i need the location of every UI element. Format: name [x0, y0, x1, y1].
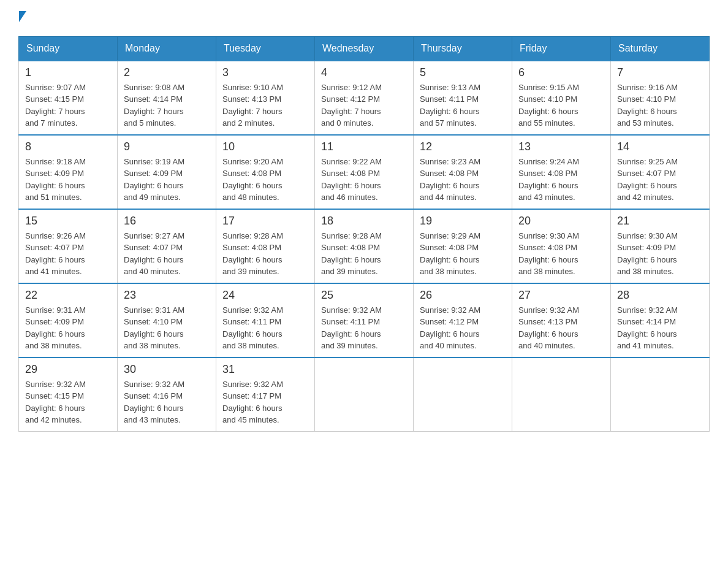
day-number: 1: [25, 66, 111, 79]
column-header-saturday: Saturday: [611, 36, 710, 61]
column-header-monday: Monday: [118, 36, 216, 61]
day-info: Sunrise: 9:26 AMSunset: 4:07 PMDaylight:…: [25, 230, 111, 278]
day-info: Sunrise: 9:19 AMSunset: 4:09 PMDaylight:…: [124, 156, 210, 204]
day-info: Sunrise: 9:28 AMSunset: 4:08 PMDaylight:…: [222, 230, 308, 278]
day-number: 25: [321, 289, 407, 302]
calendar-cell: [315, 358, 414, 432]
calendar-cell: 30 Sunrise: 9:32 AMSunset: 4:16 PMDaylig…: [118, 358, 216, 432]
day-number: 29: [25, 363, 111, 376]
column-header-sunday: Sunday: [19, 36, 118, 61]
day-info: Sunrise: 9:13 AMSunset: 4:11 PMDaylight:…: [420, 82, 506, 129]
day-info: Sunrise: 9:22 AMSunset: 4:08 PMDaylight:…: [321, 156, 407, 204]
calendar-cell: 14 Sunrise: 9:25 AMSunset: 4:07 PMDaylig…: [611, 135, 710, 209]
calendar-cell: 19 Sunrise: 9:29 AMSunset: 4:08 PMDaylig…: [414, 209, 512, 283]
calendar-cell: 27 Sunrise: 9:32 AMSunset: 4:13 PMDaylig…: [512, 283, 611, 358]
day-info: Sunrise: 9:25 AMSunset: 4:07 PMDaylight:…: [617, 156, 703, 204]
day-number: 26: [420, 289, 506, 302]
day-info: Sunrise: 9:18 AMSunset: 4:09 PMDaylight:…: [25, 156, 111, 204]
page-header: [18, 12, 710, 24]
day-number: 3: [222, 66, 308, 79]
day-info: Sunrise: 9:29 AMSunset: 4:08 PMDaylight:…: [420, 230, 506, 278]
day-number: 31: [222, 363, 308, 376]
day-number: 11: [321, 140, 407, 153]
calendar-cell: 10 Sunrise: 9:20 AMSunset: 4:08 PMDaylig…: [216, 135, 315, 209]
day-info: Sunrise: 9:08 AMSunset: 4:14 PMDaylight:…: [124, 82, 210, 129]
calendar-cell: 29 Sunrise: 9:32 AMSunset: 4:15 PMDaylig…: [19, 358, 118, 432]
day-info: Sunrise: 9:12 AMSunset: 4:12 PMDaylight:…: [321, 82, 407, 129]
calendar-cell: 11 Sunrise: 9:22 AMSunset: 4:08 PMDaylig…: [315, 135, 414, 209]
day-number: 21: [617, 215, 703, 228]
day-number: 8: [25, 140, 111, 153]
calendar-cell: 9 Sunrise: 9:19 AMSunset: 4:09 PMDayligh…: [118, 135, 216, 209]
day-number: 6: [518, 66, 604, 79]
column-header-wednesday: Wednesday: [315, 36, 414, 61]
day-number: 28: [617, 289, 703, 302]
calendar-week-row: 1 Sunrise: 9:07 AMSunset: 4:15 PMDayligh…: [19, 61, 710, 135]
calendar-week-row: 29 Sunrise: 9:32 AMSunset: 4:15 PMDaylig…: [19, 358, 710, 432]
day-number: 24: [222, 289, 308, 302]
day-number: 13: [518, 140, 604, 153]
day-number: 30: [124, 363, 210, 376]
day-info: Sunrise: 9:30 AMSunset: 4:09 PMDaylight:…: [617, 230, 703, 278]
logo-triangle-icon: [18, 12, 26, 24]
calendar-cell: 21 Sunrise: 9:30 AMSunset: 4:09 PMDaylig…: [611, 209, 710, 283]
day-info: Sunrise: 9:16 AMSunset: 4:10 PMDaylight:…: [617, 82, 703, 129]
calendar-week-row: 15 Sunrise: 9:26 AMSunset: 4:07 PMDaylig…: [19, 209, 710, 283]
day-info: Sunrise: 9:32 AMSunset: 4:16 PMDaylight:…: [124, 378, 210, 426]
calendar-cell: 13 Sunrise: 9:24 AMSunset: 4:08 PMDaylig…: [512, 135, 611, 209]
logo: [18, 12, 26, 24]
calendar-table: SundayMondayTuesdayWednesdayThursdayFrid…: [18, 36, 710, 432]
calendar-cell: 8 Sunrise: 9:18 AMSunset: 4:09 PMDayligh…: [19, 135, 118, 209]
day-info: Sunrise: 9:07 AMSunset: 4:15 PMDaylight:…: [25, 82, 111, 129]
day-number: 12: [420, 140, 506, 153]
calendar-cell: 28 Sunrise: 9:32 AMSunset: 4:14 PMDaylig…: [611, 283, 710, 358]
day-info: Sunrise: 9:27 AMSunset: 4:07 PMDaylight:…: [124, 230, 210, 278]
calendar-cell: 31 Sunrise: 9:32 AMSunset: 4:17 PMDaylig…: [216, 358, 315, 432]
day-info: Sunrise: 9:32 AMSunset: 4:15 PMDaylight:…: [25, 378, 111, 426]
calendar-cell: 2 Sunrise: 9:08 AMSunset: 4:14 PMDayligh…: [118, 61, 216, 135]
calendar-week-row: 8 Sunrise: 9:18 AMSunset: 4:09 PMDayligh…: [19, 135, 710, 209]
calendar-cell: 16 Sunrise: 9:27 AMSunset: 4:07 PMDaylig…: [118, 209, 216, 283]
day-number: 16: [124, 215, 210, 228]
calendar-cell: 6 Sunrise: 9:15 AMSunset: 4:10 PMDayligh…: [512, 61, 611, 135]
day-number: 17: [222, 215, 308, 228]
day-number: 14: [617, 140, 703, 153]
day-number: 9: [124, 140, 210, 153]
day-number: 15: [25, 215, 111, 228]
calendar-cell: 20 Sunrise: 9:30 AMSunset: 4:08 PMDaylig…: [512, 209, 611, 283]
calendar-cell: 26 Sunrise: 9:32 AMSunset: 4:12 PMDaylig…: [414, 283, 512, 358]
column-header-thursday: Thursday: [414, 36, 512, 61]
day-info: Sunrise: 9:31 AMSunset: 4:09 PMDaylight:…: [25, 304, 111, 352]
calendar-cell: [512, 358, 611, 432]
day-number: 19: [420, 215, 506, 228]
day-number: 7: [617, 66, 703, 79]
calendar-cell: 15 Sunrise: 9:26 AMSunset: 4:07 PMDaylig…: [19, 209, 118, 283]
day-number: 23: [124, 289, 210, 302]
day-info: Sunrise: 9:10 AMSunset: 4:13 PMDaylight:…: [222, 82, 308, 129]
calendar-cell: 25 Sunrise: 9:32 AMSunset: 4:11 PMDaylig…: [315, 283, 414, 358]
day-info: Sunrise: 9:28 AMSunset: 4:08 PMDaylight:…: [321, 230, 407, 278]
calendar-cell: 1 Sunrise: 9:07 AMSunset: 4:15 PMDayligh…: [19, 61, 118, 135]
day-info: Sunrise: 9:20 AMSunset: 4:08 PMDaylight:…: [222, 156, 308, 204]
column-header-friday: Friday: [512, 36, 611, 61]
calendar-cell: 3 Sunrise: 9:10 AMSunset: 4:13 PMDayligh…: [216, 61, 315, 135]
day-number: 20: [518, 215, 604, 228]
calendar-cell: 5 Sunrise: 9:13 AMSunset: 4:11 PMDayligh…: [414, 61, 512, 135]
day-number: 18: [321, 215, 407, 228]
day-number: 10: [222, 140, 308, 153]
day-info: Sunrise: 9:32 AMSunset: 4:13 PMDaylight:…: [518, 304, 604, 352]
calendar-cell: 23 Sunrise: 9:31 AMSunset: 4:10 PMDaylig…: [118, 283, 216, 358]
day-info: Sunrise: 9:32 AMSunset: 4:11 PMDaylight:…: [321, 304, 407, 352]
day-info: Sunrise: 9:32 AMSunset: 4:12 PMDaylight:…: [420, 304, 506, 352]
day-info: Sunrise: 9:15 AMSunset: 4:10 PMDaylight:…: [518, 82, 604, 129]
calendar-week-row: 22 Sunrise: 9:31 AMSunset: 4:09 PMDaylig…: [19, 283, 710, 358]
calendar-cell: 18 Sunrise: 9:28 AMSunset: 4:08 PMDaylig…: [315, 209, 414, 283]
day-info: Sunrise: 9:30 AMSunset: 4:08 PMDaylight:…: [518, 230, 604, 278]
day-number: 22: [25, 289, 111, 302]
calendar-cell: 17 Sunrise: 9:28 AMSunset: 4:08 PMDaylig…: [216, 209, 315, 283]
day-info: Sunrise: 9:31 AMSunset: 4:10 PMDaylight:…: [124, 304, 210, 352]
calendar-cell: 12 Sunrise: 9:23 AMSunset: 4:08 PMDaylig…: [414, 135, 512, 209]
day-number: 5: [420, 66, 506, 79]
day-number: 27: [518, 289, 604, 302]
calendar-header-row: SundayMondayTuesdayWednesdayThursdayFrid…: [19, 36, 710, 61]
